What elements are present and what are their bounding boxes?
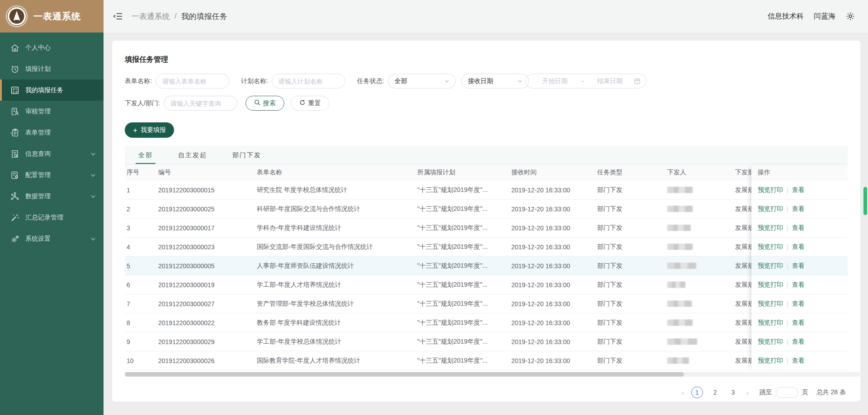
start-date-placeholder[interactable]: 开始日期 xyxy=(531,77,579,85)
plus-icon: + xyxy=(133,126,137,134)
audit-icon xyxy=(10,107,20,117)
sidebar-item-label: 数据管理 xyxy=(25,192,90,201)
end-date-placeholder[interactable]: 结束日期 xyxy=(586,77,633,85)
plan-name-input[interactable] xyxy=(278,78,339,85)
table-row[interactable]: 52019122003000005人事部-年度师资队伍建设情况统计"十三五"规划… xyxy=(125,256,764,275)
sidebar-item-我的填报任务[interactable]: 我的填报任务 xyxy=(0,79,104,101)
cell-seq: 3 xyxy=(125,224,156,232)
cell-type: 部门下发 xyxy=(595,186,665,194)
sidebar-item-配置管理[interactable]: 配置管理 xyxy=(0,164,104,186)
preview-print-link[interactable]: 预览打印 xyxy=(758,281,783,289)
sidebar-item-数据管理[interactable]: 数据管理 xyxy=(0,186,104,207)
column-header-表单名称: 表单名称 xyxy=(255,168,415,177)
tab-自主发起[interactable]: 自主发起 xyxy=(177,146,208,164)
page-number-1[interactable]: 1 xyxy=(691,387,703,398)
next-page-button[interactable]: › xyxy=(745,389,750,396)
sidebar-item-填报计划[interactable]: 填报计划 xyxy=(0,58,104,79)
redacted-name-blur xyxy=(667,224,691,231)
search-button-label: 搜索 xyxy=(263,99,276,107)
table-row[interactable]: 102019122003000026国际教育学院-年度人才培养情况统计"十三五"… xyxy=(125,351,764,370)
sidebar-item-label: 信息查询 xyxy=(25,150,90,158)
breadcrumb-root[interactable]: 一表通系统 xyxy=(132,11,170,22)
refresh-icon xyxy=(299,99,306,107)
user-name[interactable]: 闫蓝海 xyxy=(814,12,835,21)
breadcrumb: 一表通系统 / 我的填报任务 xyxy=(132,11,227,22)
vertical-scrollbar[interactable] xyxy=(863,0,867,415)
table-row[interactable]: 82019122003000022教务部 年度学科建设情况统计"十三五"规划20… xyxy=(125,313,764,332)
reset-button[interactable]: 重置 xyxy=(291,96,330,111)
issuer-input[interactable] xyxy=(170,100,231,107)
table-scroll-area[interactable]: 序号编号表单名称所属填报计划接收时间任务类型下发人下发部门 1201912200… xyxy=(125,164,764,370)
horizontal-scrollbar[interactable] xyxy=(125,372,860,377)
jump-page-input[interactable] xyxy=(776,387,798,398)
cell-type: 部门下发 xyxy=(595,300,665,308)
redacted-name-blur xyxy=(667,243,693,250)
sidebar-item-信息查询[interactable]: 信息查询 xyxy=(0,143,104,164)
table-row[interactable]: 32019122003000017学科办-年度学科建设情况统计"十三五"规划20… xyxy=(125,219,764,238)
view-link[interactable]: 查看 xyxy=(792,262,805,270)
view-link[interactable]: 查看 xyxy=(792,205,805,213)
action-divider: | xyxy=(787,187,788,194)
preview-print-link[interactable]: 预览打印 xyxy=(758,319,783,327)
table-row[interactable]: 22019122003000025科研部-年度国际交流与合作情况统计"十三五"规… xyxy=(125,200,764,219)
action-row: 预览打印|查看 xyxy=(751,294,848,313)
cell-time: 2019-12-20 16:33:00 xyxy=(509,338,595,345)
view-link[interactable]: 查看 xyxy=(792,281,805,289)
form-name-input[interactable] xyxy=(162,78,222,85)
content-area: 填报任务管理 表单名称: 计划名称: 任务状态: 全部 xyxy=(104,33,868,415)
cell-code: 2019122003000027 xyxy=(156,300,255,308)
preview-print-link[interactable]: 预览打印 xyxy=(758,300,783,308)
sidebar-item-系统设置[interactable]: 系统设置 xyxy=(0,228,104,249)
table-row[interactable]: 12019122003000015研究生院 年度学校总体情况统计"十三五"规划2… xyxy=(125,181,764,200)
sidebar-item-审核管理[interactable]: 审核管理 xyxy=(0,101,104,122)
cell-code: 2019122003000025 xyxy=(156,205,255,213)
preview-print-link[interactable]: 预览打印 xyxy=(758,243,783,251)
university-seal-logo xyxy=(6,6,27,27)
task-status-select[interactable]: 全部 xyxy=(388,74,456,89)
horizontal-scrollbar-thumb[interactable] xyxy=(125,372,684,377)
cell-time: 2019-12-20 16:33:00 xyxy=(509,357,595,364)
home-icon xyxy=(10,43,20,53)
vertical-scrollbar-thumb[interactable] xyxy=(863,187,867,215)
page-number-2[interactable]: 2 xyxy=(709,387,721,398)
table-row[interactable]: 72019122003000027资产管理部-年度学校总体情况统计"十三五"规划… xyxy=(125,294,764,313)
cell-code: 2019122003000023 xyxy=(156,243,255,251)
preview-print-link[interactable]: 预览打印 xyxy=(758,205,783,213)
view-link[interactable]: 查看 xyxy=(792,338,805,346)
table-row[interactable]: 62019122003000019学工部-年度人才培养情况统计"十三五"规划20… xyxy=(125,275,764,294)
preview-print-link[interactable]: 预览打印 xyxy=(758,224,783,232)
fill-report-button[interactable]: + 我要填报 xyxy=(125,122,174,138)
table-row[interactable]: 42019122003000023国际交流部-年度国际交流与合作情况统计"十三五… xyxy=(125,238,764,256)
sidebar-item-汇总记录管理[interactable]: 汇总记录管理 xyxy=(0,207,104,228)
view-link[interactable]: 查看 xyxy=(792,300,805,308)
preview-print-link[interactable]: 预览打印 xyxy=(758,357,783,365)
search-button[interactable]: 搜索 xyxy=(245,96,284,111)
preview-print-link[interactable]: 预览打印 xyxy=(758,338,783,346)
chevron-down-icon xyxy=(90,151,96,157)
view-link[interactable]: 查看 xyxy=(792,243,805,251)
table-row[interactable]: 92019122003000029学工部-年度学校总体情况统计"十三五"规划20… xyxy=(125,332,764,351)
preview-print-link[interactable]: 预览打印 xyxy=(758,186,783,194)
sidebar-item-label: 我的填报任务 xyxy=(25,86,96,94)
page-number-list: 123 xyxy=(691,387,739,398)
sidebar-item-表单管理[interactable]: 表单管理 xyxy=(0,122,104,143)
settings-gear-icon[interactable] xyxy=(845,11,855,21)
date-type-select[interactable]: 接收日期 xyxy=(461,74,529,89)
view-link[interactable]: 查看 xyxy=(792,357,805,365)
sidebar-item-个人中心[interactable]: 个人中心 xyxy=(0,37,104,58)
page-number-3[interactable]: 3 xyxy=(727,387,739,398)
action-header-label: 操作 xyxy=(758,168,770,177)
sidebar-collapse-icon[interactable] xyxy=(113,11,123,22)
tab-全部[interactable]: 全部 xyxy=(137,146,154,164)
view-link[interactable]: 查看 xyxy=(792,319,805,327)
prev-page-button[interactable]: ‹ xyxy=(681,389,685,396)
sidebar-item-label: 配置管理 xyxy=(25,171,90,179)
view-link[interactable]: 查看 xyxy=(792,224,805,232)
cell-time: 2019-12-20 16:33:00 xyxy=(509,205,595,213)
cell-issuer-redacted xyxy=(665,319,733,326)
view-link[interactable]: 查看 xyxy=(792,186,805,194)
task-table: 序号编号表单名称所属填报计划接收时间任务类型下发人下发部门 1201912200… xyxy=(125,164,848,370)
tab-部门下发[interactable]: 部门下发 xyxy=(231,146,262,164)
preview-print-link[interactable]: 预览打印 xyxy=(758,262,783,270)
date-range-picker[interactable]: 开始日期 ~ 结束日期 xyxy=(525,74,646,89)
